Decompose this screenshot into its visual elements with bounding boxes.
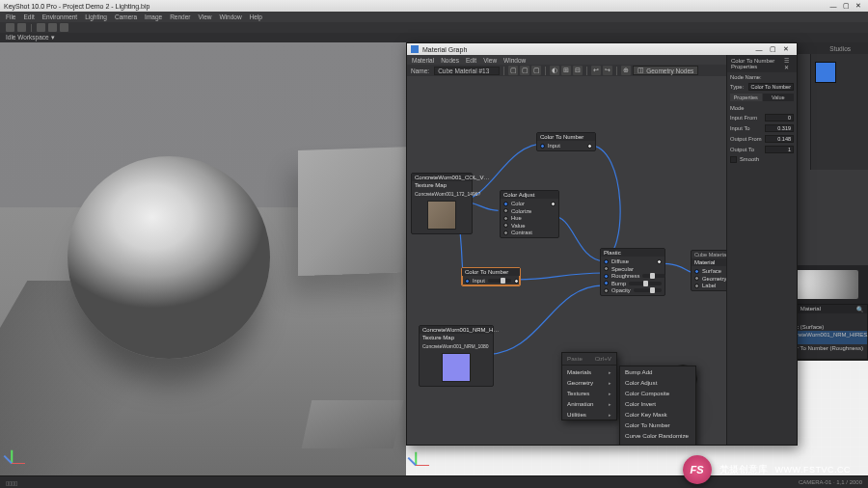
workspace-tab-idle[interactable]: Idle Workspace ▾ [6,34,55,41]
right-area: Geometry View✕ ▣Project Material Studios… [406,42,868,475]
mg-tool-icon[interactable]: ⊞ [561,66,571,75]
menu-lighting[interactable]: Lighting [85,14,107,20]
mg-tool-icon[interactable]: ◐ [550,66,559,75]
scene-cube-front [302,400,404,448]
app-icon [411,45,419,53]
props-input-from[interactable]: 0 [765,114,794,122]
watermark-badge: FS [683,455,712,484]
mg-maximize-icon[interactable]: ▢ [766,44,779,54]
context-menu-item[interactable]: Color To Number [620,420,695,430]
mg-menu-material[interactable]: Material [412,57,434,64]
app-titlebar: KeyShot 10.0 Pro - Project Demo 2 - Ligh… [0,0,868,12]
mg-tool-icon[interactable]: ↪ [603,66,612,75]
context-menu-item[interactable]: Color Adjust [620,377,695,388]
watermark-url: WWW.FSTVC.CC [775,465,852,474]
node-plastic[interactable]: Plastic Diffuse Specular Roughness Bump … [600,248,665,296]
axis-gizmo-icon[interactable] [8,441,35,468]
node-color-adjust[interactable]: Color Adjust Color Colorize Hue Value Co… [500,190,559,238]
menu-help[interactable]: Help [250,14,262,20]
toolbar-button-2[interactable] [17,23,26,32]
scene-cube-back [298,147,406,276]
menu-view[interactable]: View [199,14,212,20]
render-viewport[interactable] [0,42,406,475]
props-input-to[interactable]: 0.319 [765,124,794,132]
context-menu: PasteCtrl+V Materials▸ Geometry▸ Texture… [561,352,617,420]
props-smooth-checkbox[interactable] [730,156,737,163]
node-texture-map-1[interactable]: ConcreteWorn001_COL_V… Texture Map Concr… [411,173,473,234]
tab-studios[interactable]: Studios [812,42,868,54]
props-tab-properties[interactable]: Properties [730,94,762,101]
node-color-to-number-top[interactable]: Color To Number Input [536,132,596,151]
mg-tool-icon[interactable]: ▢ [508,66,518,75]
watermark: FS 梵摄创意库 WWW.FSTVC.CC [683,455,852,484]
props-tab-value[interactable]: Value [763,94,795,101]
scene-sphere [68,156,270,359]
mg-titlebar[interactable]: Material Graph — ▢ ✕ [407,43,797,55]
toolbar-button-5[interactable] [60,23,68,32]
context-menu-item[interactable]: Mapping 2D [620,441,695,445]
material-graph-window: Material Graph — ▢ ✕ Material Nodes Edit… [406,42,798,446]
watermark-text: 梵摄创意库 [719,463,768,476]
menu-camera[interactable]: Camera [115,14,137,20]
context-menu-item[interactable]: Materials▸ [562,366,616,377]
material-side-panel [810,54,868,170]
node-color-to-number-selected[interactable]: Color To Number Input [461,267,521,286]
props-output-from[interactable]: 0.148 [765,135,794,143]
mg-name-input[interactable] [434,67,500,75]
mg-tool-icon[interactable]: ▢ [531,66,541,75]
context-menu-item[interactable]: Color Key Mask [620,409,695,420]
color-swatch[interactable] [815,62,836,83]
props-output-to[interactable]: 1 [765,146,794,153]
render-scene [0,42,406,475]
menu-image[interactable]: Image [145,14,162,20]
context-submenu: Bump Add Color Adjust Color Composite Co… [619,366,696,445]
context-menu-item[interactable]: Utilities▸ [562,409,616,420]
mg-tool-icon[interactable]: ↩ [591,66,601,75]
menu-render[interactable]: Render [170,14,190,20]
context-menu-item[interactable]: Geometry▸ [562,377,616,388]
tree-header: Material [800,306,821,312]
axis-gizmo-icon[interactable] [412,443,439,470]
mg-close-icon[interactable]: ✕ [779,44,793,54]
status-progress-icon: ▯▯▯▯ [6,479,17,486]
context-menu-item[interactable]: Textures▸ [562,388,616,398]
context-menu-item[interactable]: PasteCtrl+V [562,353,616,364]
mg-window-title: Material Graph [422,46,467,53]
context-menu-item[interactable]: Curve Color Randomize [620,430,695,441]
props-menu-icon[interactable]: ☰ ✕ [784,57,793,70]
context-menu-item[interactable]: Color Composite [620,388,695,398]
mg-tool-icon[interactable]: ⊟ [573,66,583,75]
context-menu-item[interactable]: Animation▸ [562,398,616,409]
close-icon[interactable]: ✕ [853,1,864,11]
toolbar-button-3[interactable] [37,23,45,32]
node-properties-panel: Color To Number Properties☰ ✕ Node Name:… [726,55,797,445]
texture-thumb [427,201,456,230]
context-menu-item[interactable]: Bump Add [620,366,695,377]
mg-menu-edit[interactable]: Edit [466,57,476,64]
menu-environment[interactable]: Environment [42,14,78,20]
app-toolbar [0,22,868,33]
mg-minimize-icon[interactable]: — [752,44,766,54]
mg-name-label: Name: [411,68,429,74]
workspace-tabs: Idle Workspace ▾ [0,33,868,42]
props-title: Color To Number Properties [731,58,784,69]
toolbar-separator [31,24,32,32]
mg-menu-nodes[interactable]: Nodes [441,57,459,64]
menu-file[interactable]: File [6,14,15,20]
node-texture-map-normal[interactable]: ConcreteWorn001_NRM_H… Texture Map Concr… [419,325,494,387]
mg-menu-window[interactable]: Window [503,57,526,64]
texture-thumb [442,353,471,382]
menu-edit[interactable]: Edit [23,14,34,20]
toolbar-button-1[interactable] [6,23,14,32]
mg-tool-icon[interactable]: ▢ [520,66,529,75]
minimize-icon[interactable]: — [827,1,839,11]
props-type-field[interactable]: Color To Number [748,83,794,91]
mg-tool-icon[interactable]: ⊕ [621,66,631,75]
app-title: KeyShot 10.0 Pro - Project Demo 2 - Ligh… [4,3,149,10]
mg-menu-view[interactable]: View [483,57,497,64]
menu-window[interactable]: Window [219,14,241,20]
toolbar-button-4[interactable] [48,23,57,32]
context-menu-item[interactable]: Color Invert [620,398,695,409]
mg-geometry-nodes-button[interactable]: ◫Geometry Nodes [633,66,698,75]
maximize-icon[interactable]: ▢ [840,1,852,11]
